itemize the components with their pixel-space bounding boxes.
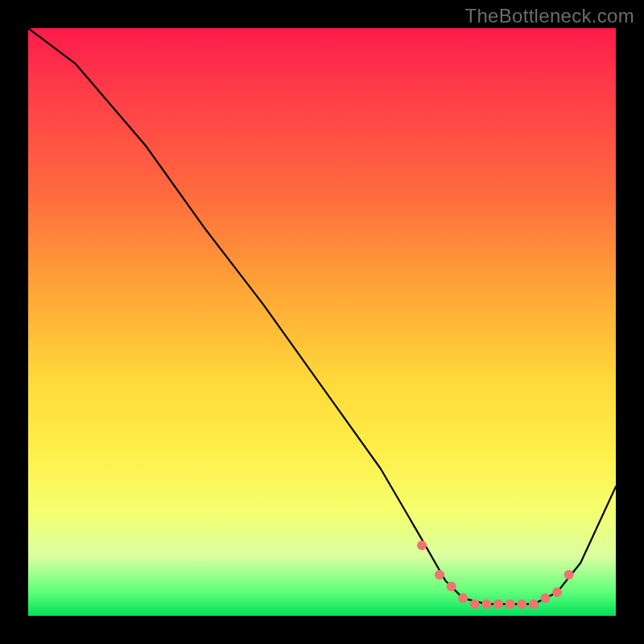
- gradient-plot-area: [28, 28, 616, 616]
- marker-dot: [540, 593, 550, 603]
- marker-dot: [417, 540, 427, 550]
- marker-dot: [529, 599, 539, 609]
- marker-dot: [493, 599, 503, 609]
- curve-svg: [28, 28, 616, 616]
- bottleneck-curve: [28, 28, 616, 604]
- marker-dot: [517, 599, 526, 609]
- marker-dot: [470, 599, 480, 609]
- marker-dot: [447, 582, 456, 592]
- marker-group: [417, 540, 574, 609]
- watermark-text: TheBottleneck.com: [464, 5, 634, 27]
- marker-dot: [481, 599, 491, 609]
- chart-stage: TheBottleneck.com: [0, 0, 644, 644]
- marker-dot: [564, 570, 574, 580]
- marker-dot: [435, 570, 444, 580]
- marker-dot: [506, 599, 515, 609]
- marker-dot: [552, 588, 562, 597]
- marker-dot: [458, 593, 468, 603]
